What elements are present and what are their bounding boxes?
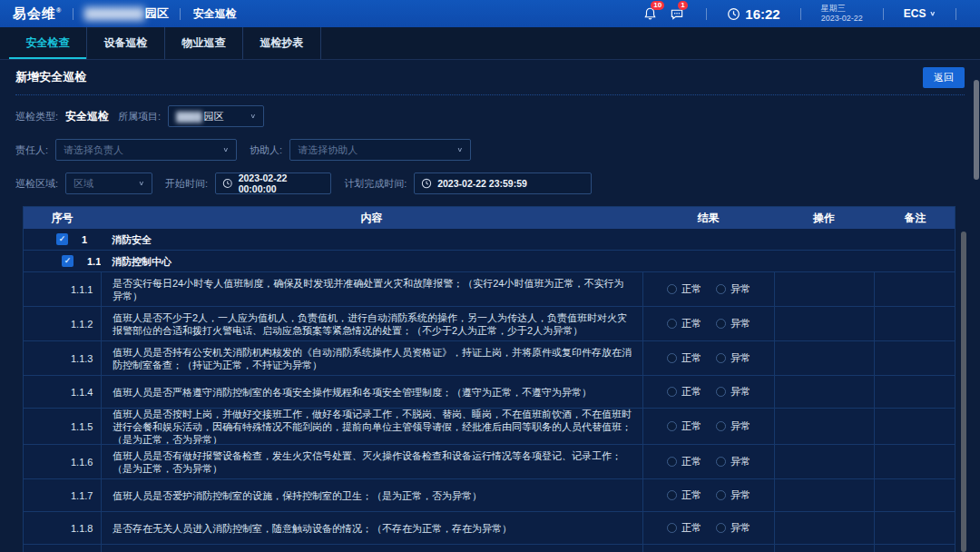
table-row-item: 1.1.5 值班人员是否按时上岗，并做好交接班工作，做好各项记录工作，不脱岗、替… bbox=[24, 409, 955, 445]
divider bbox=[15, 94, 965, 95]
row-number: 1.1.8 bbox=[24, 512, 101, 544]
table-row-item: 1.1.7 值班人员是否爱护消防控制室的设施，保持控制室的卫生；（是为正常，否为… bbox=[24, 479, 955, 512]
tab-equipment-inspection[interactable]: 设备巡检 bbox=[87, 27, 165, 59]
radio-normal[interactable]: 正常 bbox=[667, 419, 701, 433]
radio-icon bbox=[716, 387, 726, 397]
end-time-input[interactable]: 2023-02-22 23:59:59 bbox=[414, 172, 592, 194]
owner-select[interactable]: 请选择负责人 ∨ bbox=[55, 139, 237, 161]
radio-normal[interactable]: 正常 bbox=[667, 385, 701, 399]
result-cell: 正常 异常 bbox=[642, 307, 774, 340]
table-scrollbar-thumb[interactable] bbox=[961, 232, 966, 552]
divider bbox=[706, 8, 707, 20]
page-scrollbar-thumb[interactable] bbox=[974, 80, 979, 180]
owner-label: 责任人: bbox=[15, 143, 48, 157]
clock-icon bbox=[421, 178, 432, 189]
divider bbox=[800, 8, 801, 20]
header-no: 序号 bbox=[24, 207, 101, 229]
row-number: 1.1.1 bbox=[24, 272, 101, 306]
radio-abnormal[interactable]: 异常 bbox=[716, 521, 750, 535]
radio-abnormal[interactable]: 异常 bbox=[716, 385, 750, 399]
main-content: 新增安全巡检 返回 巡检类型: 安全巡检 所属项目: ████园区 ∨ 责任人:… bbox=[0, 60, 980, 552]
radio-abnormal[interactable]: 异常 bbox=[716, 282, 750, 296]
row-content: 值班人员是否爱护消防控制室的设施，保持控制室的卫生；（是为正常，否为异常） bbox=[101, 479, 642, 511]
divider bbox=[180, 8, 181, 20]
result-cell: 正常 异常 bbox=[642, 479, 774, 511]
radio-normal[interactable]: 正常 bbox=[667, 317, 701, 330]
row-number: 1.1.6 bbox=[24, 445, 101, 478]
radio-normal[interactable]: 正常 bbox=[667, 488, 701, 502]
remark-cell bbox=[874, 409, 956, 444]
radio-abnormal[interactable]: 异常 bbox=[716, 351, 750, 365]
clock-icon bbox=[727, 7, 740, 21]
assistant-select[interactable]: 请选择协助人 ∨ bbox=[289, 139, 471, 161]
checkbox-checked[interactable]: ✓ bbox=[56, 233, 68, 245]
radio-normal[interactable]: 正常 bbox=[667, 521, 701, 535]
back-button[interactable]: 返回 bbox=[923, 67, 965, 88]
divider bbox=[73, 8, 74, 20]
row-number: 1.1.5 bbox=[24, 409, 101, 444]
row-content: 值班人员是否严格遵守消防控制室的各项安全操作规程和各项安全管理制度；（遵守为正常… bbox=[101, 376, 642, 408]
radio-icon bbox=[667, 523, 677, 533]
radio-normal[interactable]: 正常 bbox=[667, 282, 701, 296]
row-content: 值班人员是否持有公安机关消防机构核发的《自动消防系统操作人员资格证》，持证上岗，… bbox=[101, 341, 642, 375]
result-cell: 正常 异常 bbox=[642, 445, 774, 478]
divider bbox=[956, 8, 956, 20]
page-title: 新增安全巡检 bbox=[15, 69, 86, 85]
radio-icon bbox=[667, 457, 677, 467]
message-button[interactable]: 1 bbox=[668, 5, 686, 22]
row-content: 值班人员是否按时上岗，并做好交接班工作，做好各项记录工作，不脱岗、替岗、睡岗，不… bbox=[101, 409, 642, 444]
checkbox-checked[interactable]: ✓ bbox=[62, 255, 74, 267]
row-number-cell: ✓ 1 bbox=[24, 229, 101, 250]
row-number-cell: ✓ 1.1 bbox=[24, 251, 101, 271]
area-select[interactable]: 区域 ∨ bbox=[65, 172, 152, 194]
radio-icon bbox=[716, 490, 726, 500]
radio-abnormal[interactable]: 异常 bbox=[716, 455, 750, 468]
radio-abnormal[interactable]: 异常 bbox=[716, 317, 750, 330]
radio-normal[interactable]: 正常 bbox=[667, 351, 701, 365]
project-select[interactable]: ████园区 ∨ bbox=[168, 105, 264, 127]
user-menu[interactable]: ECS ∨ bbox=[904, 7, 936, 20]
row-number: 1.1 bbox=[87, 256, 101, 267]
header-result: 结果 bbox=[642, 207, 774, 229]
page-header: 新增安全巡检 返回 bbox=[15, 60, 965, 94]
inspection-table: 序号 内容 结果 操作 备注 ✓ 1 消防安全 ✓ 1.1 消防控制中心 bbox=[23, 206, 956, 552]
result-cell: 正常 异常 bbox=[642, 409, 774, 444]
row-number: 1.1.2 bbox=[24, 307, 101, 340]
remark-cell bbox=[874, 307, 956, 340]
table-row-group: ✓ 1.1 消防控制中心 bbox=[24, 251, 955, 272]
tab-meter-reading[interactable]: 巡检抄表 bbox=[243, 27, 321, 59]
remark-cell bbox=[874, 376, 956, 408]
tab-safety-check[interactable]: 安全检查 bbox=[9, 27, 87, 59]
radio-normal[interactable]: 正常 bbox=[667, 455, 701, 468]
table-row-item: 1.1.1 是否实行每日24小时专人值班制度，确保及时发现并准确处置火灾和故障报… bbox=[24, 272, 955, 307]
topbar-nav-current[interactable]: 安全巡检 bbox=[193, 6, 237, 22]
chevron-down-icon: ∨ bbox=[457, 146, 464, 153]
end-time-label: 计划完成时间: bbox=[344, 177, 407, 191]
end-time-value: 2023-02-22 23:59:59 bbox=[437, 178, 527, 189]
radio-abnormal[interactable]: 异常 bbox=[716, 419, 750, 433]
notification-badge: 10 bbox=[651, 1, 664, 10]
result-cell: 正常 异常 bbox=[642, 272, 774, 306]
table-row-item: 1.1.2 值班人是否不少于2人，一人应为值机人，负责值机，进行自动消防系统的操… bbox=[24, 307, 955, 341]
remark-cell bbox=[874, 479, 956, 511]
row-content: 消防控制中心 bbox=[101, 251, 956, 271]
header-content: 内容 bbox=[101, 207, 642, 229]
table-row-item: 1.1.4 值班人员是否严格遵守消防控制室的各项安全操作规程和各项安全管理制度；… bbox=[24, 376, 955, 409]
start-time-input[interactable]: 2023-02-22 00:00:00 bbox=[215, 172, 331, 194]
radio-icon bbox=[716, 319, 726, 329]
operation-cell bbox=[774, 409, 874, 444]
radio-abnormal[interactable]: 异常 bbox=[716, 488, 750, 502]
result-cell: 正常 异常 bbox=[642, 376, 774, 408]
radio-icon bbox=[716, 284, 726, 294]
row-content: 消防安全 bbox=[101, 229, 956, 250]
app-window: 易会维® ███████ 园区 安全巡检 10 1 16:22 星期三 2023… bbox=[0, 0, 980, 552]
assistant-label: 协助人: bbox=[250, 143, 282, 157]
result-cell: 正常 异常 bbox=[642, 341, 774, 375]
message-badge: 1 bbox=[678, 1, 687, 10]
operation-cell bbox=[774, 272, 874, 306]
notification-button[interactable]: 10 bbox=[641, 5, 659, 22]
tab-property-inspection[interactable]: 物业巡查 bbox=[165, 27, 243, 59]
table-row-item: 1.1.8 是否存在无关人员进入消防控制室，随意触动设备的情况；（不存在为正常，… bbox=[24, 512, 955, 545]
remark-cell bbox=[874, 512, 956, 544]
radio-icon bbox=[716, 353, 726, 363]
